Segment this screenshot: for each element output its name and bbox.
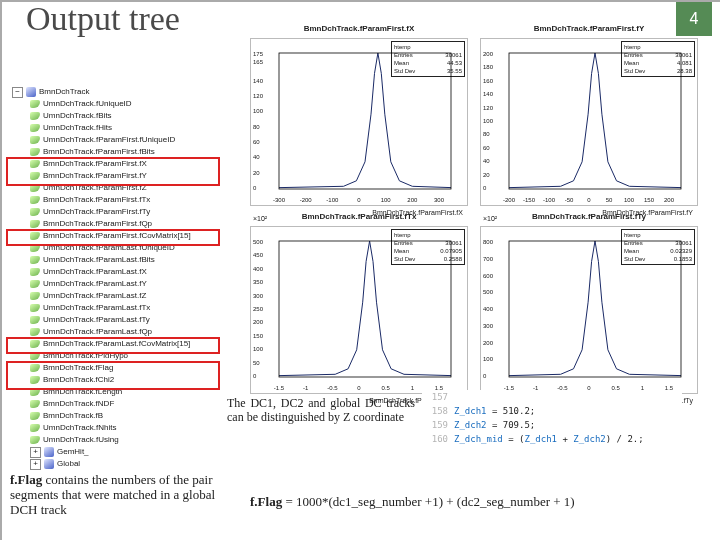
fflag-formula-expr: = 1000*(dc1_seg_number +1) + (dc2_seg_nu… [282, 494, 575, 509]
svg-rect-1 [509, 53, 681, 189]
histogram-curve [251, 227, 467, 393]
tree-item[interactable]: BmnDchTrack.fParamFirst.fY [8, 170, 218, 182]
tree-item[interactable]: UmnDchTrack.fBits [8, 110, 218, 122]
chart-title: BmnDchTrack.fParamFirst.fTx [251, 212, 467, 221]
fflag-formula-var: f.Flag [250, 494, 282, 509]
chart-title: BmnDchTrack.fParamFirst.fX [251, 24, 467, 33]
code-line: 157 [422, 390, 682, 404]
tree-item[interactable]: UmnDchTrack.fParamLast.fQp [8, 326, 218, 338]
slide: 4 Output tree −BmnDchTrackUmnDchTrack.fU… [0, 0, 720, 540]
tree-item[interactable]: BmnDchTrack.fFlag [8, 362, 218, 374]
code-line: 160Z_dch_mid = (Z_dch1 + Z_dch2) / 2.; [422, 432, 682, 446]
tree-item[interactable]: UmnDchTrack.fParamFirst.fZ [8, 182, 218, 194]
tree-item[interactable]: BmnDchTrack.fChi2 [8, 374, 218, 386]
histogram-fx: BmnDchTrack.fParamFirst.fXhtempEntries30… [250, 38, 468, 206]
histogram-curve [481, 227, 697, 393]
tree-item[interactable]: BmnDchTrack.fParamFirst.fQp [8, 218, 218, 230]
tree-item[interactable]: UmnDchTrack.fParamLast.fUniqueID [8, 242, 218, 254]
svg-rect-3 [509, 241, 681, 377]
tree-item[interactable]: UmnDchTrack.fParamFirst.fTy [8, 206, 218, 218]
tree-root[interactable]: −BmnDchTrack [8, 86, 218, 98]
tree-item[interactable]: UmnDchTrack.fHits [8, 122, 218, 134]
tree-browser: −BmnDchTrackUmnDchTrack.fUniqueIDUmnDchT… [8, 86, 218, 446]
tree-item[interactable]: BmnDchTrack.fPidHypo [8, 350, 218, 362]
slide-title: Output tree [26, 0, 180, 38]
tree-item[interactable]: UmnDchTrack.fNhits [8, 422, 218, 434]
tree-item[interactable]: BmnDchTrack.fParamFirst.fTx [8, 194, 218, 206]
code-line: 159Z_dch2 = 709.5; [422, 418, 682, 432]
note-fflag: f.Flag contains the numbers of the pair … [10, 472, 216, 517]
svg-rect-0 [279, 53, 451, 189]
tree-item[interactable]: BmnDchTrack.fNDF [8, 398, 218, 410]
tree-item[interactable]: UmnDchTrack.fUsing [8, 434, 218, 446]
chart-title: BmnDchTrack.fParamFirst.fY [481, 24, 697, 33]
histogram-curve [481, 39, 697, 205]
note-z-coordinate: The DC1, DC2 and global DC tracks can be… [227, 396, 415, 424]
svg-rect-2 [279, 241, 451, 377]
tree-item[interactable]: BmnDchTrack.fLength [8, 386, 218, 398]
histogram-ftx: BmnDchTrack.fParamFirst.fTxhtempEntries3… [250, 226, 468, 394]
note-fflag-var: f.Flag [10, 472, 42, 487]
tree-item[interactable]: BmnDchTrack.fParamFirst.fX [8, 158, 218, 170]
histogram-fty: BmnDchTrack.fParamFirst.fTyhtempEntries3… [480, 226, 698, 394]
tree-item[interactable]: UmnDchTrack.fParamLast.fTx [8, 302, 218, 314]
tree-item[interactable]: BmnDchTrack.fB [8, 410, 218, 422]
code-line: 158Z_dch1 = 510.2; [422, 404, 682, 418]
fflag-formula: f.Flag = 1000*(dc1_seg_number +1) + (dc2… [250, 494, 575, 510]
tree-item[interactable]: UmnDchTrack.fParamLast.fY [8, 278, 218, 290]
tree-item[interactable]: BmnDchTrack.fParamFirst.fBits [8, 146, 218, 158]
tree-item[interactable]: +GemHit_ [8, 446, 218, 458]
tree-item[interactable]: BmnDchTrack.fParamFirst.fCovMatrix[15] [8, 230, 218, 242]
tree-item[interactable]: UmnDchTrack.fParamLast.fZ [8, 290, 218, 302]
tree-item[interactable]: UmnDchTrack.fParamLast.fX [8, 266, 218, 278]
tree-item[interactable]: +Global [8, 458, 218, 470]
histogram-fy: BmnDchTrack.fParamFirst.fYhtempEntries30… [480, 38, 698, 206]
y-exponent: ×10² [483, 215, 497, 222]
tree-item[interactable]: BmnDchTrack.fParamLast.fCovMatrix[15] [8, 338, 218, 350]
tree-item[interactable]: UmnDchTrack.fParamLast.fTy [8, 314, 218, 326]
code-snippet: 157158Z_dch1 = 510.2;159Z_dch2 = 709.5;1… [422, 390, 682, 446]
chart-title: BmnDchTrack.fParamFirst.fTy [481, 212, 697, 221]
tree-item[interactable]: UmnDchTrack.fParamLast.fBits [8, 254, 218, 266]
histogram-curve [251, 39, 467, 205]
tree-item[interactable]: UmnDchTrack.fParamFirst.fUniqueID [8, 134, 218, 146]
tree-item[interactable]: UmnDchTrack.fUniqueID [8, 98, 218, 110]
y-exponent: ×10² [253, 215, 267, 222]
